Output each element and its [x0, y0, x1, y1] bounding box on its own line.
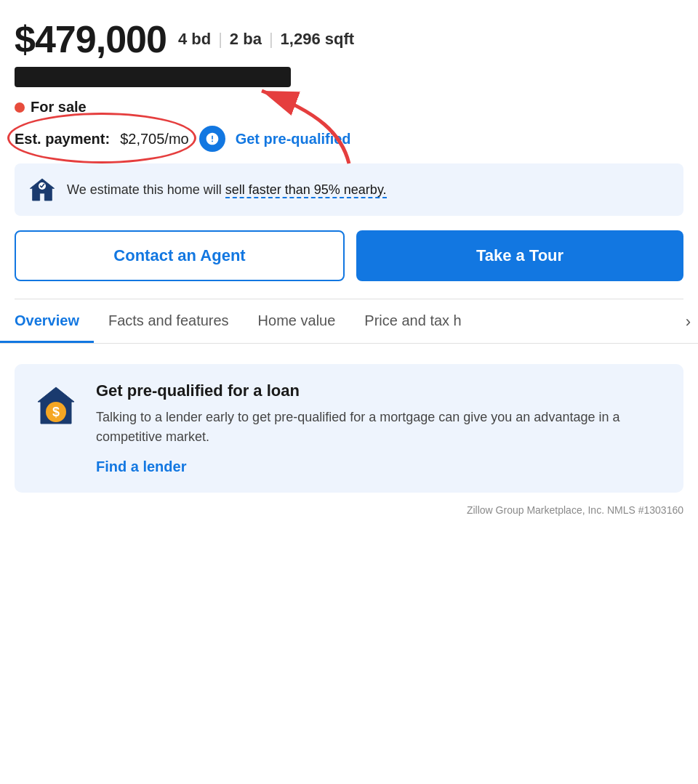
price-details: 4 bd | 2 ba | 1,296 sqft [178, 30, 354, 49]
listing-price: $479,000 [15, 17, 167, 61]
prequalify-loan-icon: $ [31, 381, 81, 432]
sep2: | [269, 30, 273, 49]
address-bar [15, 67, 291, 87]
svg-text:$: $ [52, 405, 60, 419]
sep1: | [218, 30, 222, 49]
prequalified-icon [199, 126, 225, 152]
tab-facts-features[interactable]: Facts and features [94, 299, 244, 343]
nav-tabs: Overview Facts and features Home value P… [0, 299, 698, 344]
red-arrow-annotation [204, 76, 364, 171]
annotation-container: Est. payment: $2,705/mo Get pre-qualifie… [15, 126, 683, 152]
footer-text: Zillow Group Marketplace, Inc. NMLS #130… [0, 493, 698, 530]
est-payment-value: $2,705/mo [120, 131, 189, 147]
get-prequalified-link[interactable]: Get pre-qualified [236, 131, 351, 147]
tab-home-value[interactable]: Home value [244, 299, 350, 343]
dollar-icon [205, 132, 220, 146]
status-dot [15, 102, 25, 113]
estimate-text: We estimate this home will sell faster t… [67, 182, 387, 198]
beds-count: 4 bd [178, 30, 211, 49]
baths-count: 2 ba [230, 30, 262, 49]
find-lender-link[interactable]: Find a lender [96, 458, 186, 474]
house-icon [28, 175, 57, 204]
prequalify-content: Get pre-qualified for a loan Talking to … [96, 381, 667, 475]
sqft-count: 1,296 sqft [281, 30, 355, 49]
est-payment-row: Est. payment: $2,705/mo Get pre-qualifie… [15, 126, 683, 152]
for-sale-row: For sale [15, 99, 683, 116]
price-row: $479,000 4 bd | 2 ba | 1,296 sqft [15, 17, 683, 61]
estimate-banner: We estimate this home will sell faster t… [15, 163, 683, 216]
tabs-more-chevron[interactable]: › [678, 299, 698, 343]
estimate-highlight: sell faster than 95% nearby. [225, 182, 387, 198]
prequalify-card: $ Get pre-qualified for a loan Talking t… [15, 364, 683, 493]
tab-price-tax[interactable]: Price and tax h [350, 299, 476, 343]
prequalify-title: Get pre-qualified for a loan [96, 381, 667, 400]
prequalify-section: $ Get pre-qualified for a loan Talking t… [0, 344, 698, 493]
contact-agent-button[interactable]: Contact an Agent [15, 230, 345, 281]
est-payment-label: Est. payment: [15, 131, 110, 147]
tab-overview[interactable]: Overview [0, 299, 94, 343]
prequalify-description: Talking to a lender early to get pre-qua… [96, 408, 667, 447]
for-sale-label: For sale [31, 99, 87, 116]
take-tour-button[interactable]: Take a Tour [356, 230, 683, 281]
action-buttons: Contact an Agent Take a Tour [15, 230, 683, 281]
